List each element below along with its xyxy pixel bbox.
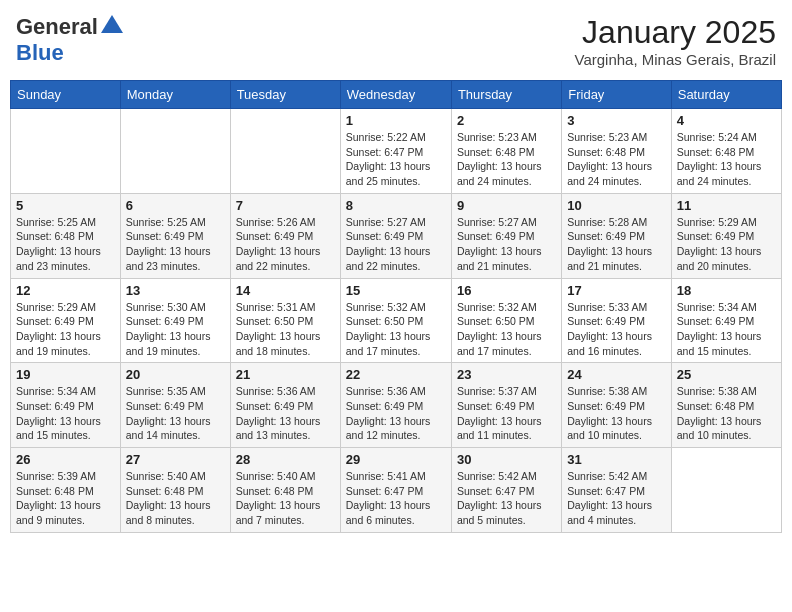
day-number: 31 [567, 452, 665, 467]
day-number: 7 [236, 198, 335, 213]
day-number: 2 [457, 113, 556, 128]
calendar-cell [120, 109, 230, 194]
weekday-header-sunday: Sunday [11, 81, 121, 109]
logo: General Blue [16, 14, 123, 66]
location: Varginha, Minas Gerais, Brazil [575, 51, 776, 68]
day-number: 22 [346, 367, 446, 382]
day-info: Sunrise: 5:29 AMSunset: 6:49 PMDaylight:… [677, 215, 776, 274]
calendar-week-row: 1Sunrise: 5:22 AMSunset: 6:47 PMDaylight… [11, 109, 782, 194]
day-info: Sunrise: 5:40 AMSunset: 6:48 PMDaylight:… [126, 469, 225, 528]
day-number: 26 [16, 452, 115, 467]
day-info: Sunrise: 5:38 AMSunset: 6:49 PMDaylight:… [567, 384, 665, 443]
calendar-cell: 2Sunrise: 5:23 AMSunset: 6:48 PMDaylight… [451, 109, 561, 194]
calendar-cell: 6Sunrise: 5:25 AMSunset: 6:49 PMDaylight… [120, 193, 230, 278]
calendar-cell: 25Sunrise: 5:38 AMSunset: 6:48 PMDayligh… [671, 363, 781, 448]
calendar-cell: 11Sunrise: 5:29 AMSunset: 6:49 PMDayligh… [671, 193, 781, 278]
day-info: Sunrise: 5:38 AMSunset: 6:48 PMDaylight:… [677, 384, 776, 443]
logo-icon [101, 15, 123, 37]
day-number: 29 [346, 452, 446, 467]
day-info: Sunrise: 5:32 AMSunset: 6:50 PMDaylight:… [346, 300, 446, 359]
calendar-cell: 31Sunrise: 5:42 AMSunset: 6:47 PMDayligh… [562, 448, 671, 533]
svg-marker-0 [101, 15, 123, 33]
day-info: Sunrise: 5:23 AMSunset: 6:48 PMDaylight:… [567, 130, 665, 189]
calendar-cell: 7Sunrise: 5:26 AMSunset: 6:49 PMDaylight… [230, 193, 340, 278]
day-info: Sunrise: 5:42 AMSunset: 6:47 PMDaylight:… [457, 469, 556, 528]
calendar-cell: 26Sunrise: 5:39 AMSunset: 6:48 PMDayligh… [11, 448, 121, 533]
day-number: 9 [457, 198, 556, 213]
day-number: 14 [236, 283, 335, 298]
day-info: Sunrise: 5:24 AMSunset: 6:48 PMDaylight:… [677, 130, 776, 189]
calendar-table: SundayMondayTuesdayWednesdayThursdayFrid… [10, 80, 782, 533]
weekday-header-saturday: Saturday [671, 81, 781, 109]
day-info: Sunrise: 5:42 AMSunset: 6:47 PMDaylight:… [567, 469, 665, 528]
day-number: 28 [236, 452, 335, 467]
calendar-cell: 3Sunrise: 5:23 AMSunset: 6:48 PMDaylight… [562, 109, 671, 194]
calendar-cell: 23Sunrise: 5:37 AMSunset: 6:49 PMDayligh… [451, 363, 561, 448]
day-number: 17 [567, 283, 665, 298]
day-info: Sunrise: 5:39 AMSunset: 6:48 PMDaylight:… [16, 469, 115, 528]
day-info: Sunrise: 5:28 AMSunset: 6:49 PMDaylight:… [567, 215, 665, 274]
day-info: Sunrise: 5:27 AMSunset: 6:49 PMDaylight:… [457, 215, 556, 274]
calendar-week-row: 19Sunrise: 5:34 AMSunset: 6:49 PMDayligh… [11, 363, 782, 448]
calendar-cell: 21Sunrise: 5:36 AMSunset: 6:49 PMDayligh… [230, 363, 340, 448]
weekday-header-wednesday: Wednesday [340, 81, 451, 109]
calendar-cell: 10Sunrise: 5:28 AMSunset: 6:49 PMDayligh… [562, 193, 671, 278]
calendar-week-row: 5Sunrise: 5:25 AMSunset: 6:48 PMDaylight… [11, 193, 782, 278]
day-number: 8 [346, 198, 446, 213]
day-info: Sunrise: 5:40 AMSunset: 6:48 PMDaylight:… [236, 469, 335, 528]
calendar-cell: 15Sunrise: 5:32 AMSunset: 6:50 PMDayligh… [340, 278, 451, 363]
day-number: 27 [126, 452, 225, 467]
day-number: 13 [126, 283, 225, 298]
day-info: Sunrise: 5:29 AMSunset: 6:49 PMDaylight:… [16, 300, 115, 359]
day-info: Sunrise: 5:32 AMSunset: 6:50 PMDaylight:… [457, 300, 556, 359]
day-number: 3 [567, 113, 665, 128]
weekday-header-thursday: Thursday [451, 81, 561, 109]
day-info: Sunrise: 5:23 AMSunset: 6:48 PMDaylight:… [457, 130, 556, 189]
weekday-header-friday: Friday [562, 81, 671, 109]
day-number: 1 [346, 113, 446, 128]
calendar-cell: 5Sunrise: 5:25 AMSunset: 6:48 PMDaylight… [11, 193, 121, 278]
calendar-cell: 27Sunrise: 5:40 AMSunset: 6:48 PMDayligh… [120, 448, 230, 533]
day-number: 6 [126, 198, 225, 213]
calendar-cell: 17Sunrise: 5:33 AMSunset: 6:49 PMDayligh… [562, 278, 671, 363]
page-header: General Blue January 2025 Varginha, Mina… [10, 10, 782, 72]
day-number: 23 [457, 367, 556, 382]
calendar-cell: 9Sunrise: 5:27 AMSunset: 6:49 PMDaylight… [451, 193, 561, 278]
day-info: Sunrise: 5:34 AMSunset: 6:49 PMDaylight:… [16, 384, 115, 443]
day-number: 16 [457, 283, 556, 298]
calendar-cell: 16Sunrise: 5:32 AMSunset: 6:50 PMDayligh… [451, 278, 561, 363]
weekday-header-tuesday: Tuesday [230, 81, 340, 109]
day-number: 30 [457, 452, 556, 467]
calendar-cell: 28Sunrise: 5:40 AMSunset: 6:48 PMDayligh… [230, 448, 340, 533]
calendar-cell: 14Sunrise: 5:31 AMSunset: 6:50 PMDayligh… [230, 278, 340, 363]
calendar-cell: 1Sunrise: 5:22 AMSunset: 6:47 PMDaylight… [340, 109, 451, 194]
day-number: 5 [16, 198, 115, 213]
day-info: Sunrise: 5:22 AMSunset: 6:47 PMDaylight:… [346, 130, 446, 189]
day-number: 21 [236, 367, 335, 382]
day-info: Sunrise: 5:25 AMSunset: 6:48 PMDaylight:… [16, 215, 115, 274]
calendar-cell: 24Sunrise: 5:38 AMSunset: 6:49 PMDayligh… [562, 363, 671, 448]
day-number: 4 [677, 113, 776, 128]
day-info: Sunrise: 5:33 AMSunset: 6:49 PMDaylight:… [567, 300, 665, 359]
day-info: Sunrise: 5:36 AMSunset: 6:49 PMDaylight:… [346, 384, 446, 443]
calendar-cell [230, 109, 340, 194]
calendar-cell: 29Sunrise: 5:41 AMSunset: 6:47 PMDayligh… [340, 448, 451, 533]
month-title: January 2025 [575, 14, 776, 51]
calendar-cell [11, 109, 121, 194]
calendar-cell: 20Sunrise: 5:35 AMSunset: 6:49 PMDayligh… [120, 363, 230, 448]
weekday-header-row: SundayMondayTuesdayWednesdayThursdayFrid… [11, 81, 782, 109]
day-number: 20 [126, 367, 225, 382]
calendar-cell [671, 448, 781, 533]
day-info: Sunrise: 5:31 AMSunset: 6:50 PMDaylight:… [236, 300, 335, 359]
logo-general: General [16, 14, 98, 40]
calendar-week-row: 12Sunrise: 5:29 AMSunset: 6:49 PMDayligh… [11, 278, 782, 363]
day-number: 15 [346, 283, 446, 298]
weekday-header-monday: Monday [120, 81, 230, 109]
calendar-cell: 12Sunrise: 5:29 AMSunset: 6:49 PMDayligh… [11, 278, 121, 363]
day-info: Sunrise: 5:34 AMSunset: 6:49 PMDaylight:… [677, 300, 776, 359]
day-number: 12 [16, 283, 115, 298]
day-number: 11 [677, 198, 776, 213]
calendar-cell: 4Sunrise: 5:24 AMSunset: 6:48 PMDaylight… [671, 109, 781, 194]
calendar-cell: 22Sunrise: 5:36 AMSunset: 6:49 PMDayligh… [340, 363, 451, 448]
day-number: 24 [567, 367, 665, 382]
